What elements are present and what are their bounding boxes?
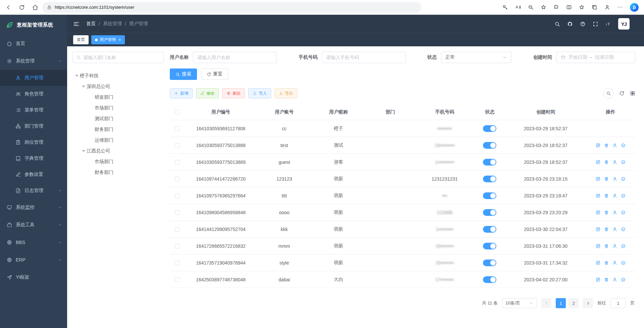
reset-password-icon[interactable] (612, 277, 617, 282)
goto-page-input[interactable] (611, 301, 626, 306)
add-button[interactable]: 新增 (170, 88, 193, 98)
assign-role-icon[interactable] (621, 227, 626, 232)
goto-page-field[interactable] (610, 298, 626, 308)
row-checkbox[interactable] (175, 210, 180, 215)
lock-icon[interactable] (47, 5, 52, 10)
edit-icon[interactable] (596, 277, 600, 282)
collections-icon[interactable] (592, 4, 597, 10)
github-icon[interactable] (567, 21, 573, 27)
favorites-add-icon[interactable] (541, 4, 546, 10)
delete-icon[interactable] (604, 261, 609, 265)
profile-icon[interactable] (604, 4, 610, 10)
avatar[interactable]: YJ (618, 18, 630, 30)
sidebar-item-bbs[interactable]: BBS (0, 234, 67, 251)
sidebar-item-dict[interactable]: 字典管理 (0, 150, 67, 167)
tree-node[interactable]: 深圳总公司 (72, 81, 164, 92)
assign-role-icon[interactable] (621, 160, 626, 165)
edit-button[interactable]: 修改 (196, 88, 219, 98)
status-toggle[interactable] (483, 176, 496, 182)
split-screen-icon[interactable] (566, 4, 572, 10)
tree-node[interactable]: 运维部门 (72, 135, 164, 146)
status-toggle[interactable] (483, 260, 496, 266)
grid-icon[interactable] (630, 91, 635, 96)
tree-node[interactable]: 财务部门 (72, 124, 164, 135)
sidebar-item-menu[interactable]: 菜单管理 (0, 102, 67, 118)
sidebar-item-system[interactable]: 系统管理 (0, 52, 67, 70)
fullscreen-icon[interactable] (593, 21, 598, 27)
tree-node[interactable]: 测试部门 (72, 113, 164, 124)
tree-expand-icon[interactable] (81, 148, 87, 154)
edit-icon[interactable] (596, 244, 600, 248)
search-tool-button[interactable] (603, 88, 614, 99)
key-icon[interactable] (502, 4, 508, 10)
delete-icon[interactable] (604, 210, 609, 215)
assign-role-icon[interactable] (621, 244, 626, 248)
favorites-icon[interactable] (579, 4, 585, 10)
tree-expand-icon[interactable] (81, 84, 87, 89)
row-checkbox[interactable] (175, 261, 180, 265)
edit-icon[interactable] (596, 261, 600, 265)
edit-icon[interactable] (596, 227, 600, 232)
status-toggle[interactable] (483, 125, 496, 132)
row-checkbox[interactable] (175, 160, 180, 165)
reset-password-icon[interactable] (612, 244, 617, 248)
assign-role-icon[interactable] (621, 143, 626, 148)
delete-icon[interactable] (604, 244, 609, 248)
page-button-1[interactable]: 1 (556, 298, 566, 308)
tab-user-management[interactable]: 用户管理× (91, 35, 125, 44)
search-button[interactable]: 搜索 (170, 68, 197, 80)
sidebar-item-yi[interactable]: Yi框架 (0, 269, 67, 286)
row-checkbox[interactable] (175, 177, 180, 181)
status-toggle[interactable] (483, 159, 496, 166)
zoom-out-icon[interactable] (528, 4, 534, 10)
edit-icon[interactable] (596, 210, 600, 215)
edit-icon[interactable] (596, 160, 600, 165)
page-button-2[interactable]: 2 (568, 298, 579, 308)
sidebar-item-post[interactable]: 岗位管理 (0, 134, 67, 150)
read-aloud-icon[interactable]: A (515, 4, 521, 10)
tree-node[interactable]: 橙子科技 (72, 71, 164, 81)
reset-password-icon[interactable] (612, 177, 617, 181)
tree-node[interactable]: 财务部门 (72, 167, 164, 178)
phone-field[interactable] (322, 52, 406, 63)
delete-icon[interactable] (604, 277, 609, 282)
status-select[interactable]: 正常 (441, 52, 511, 63)
delete-icon[interactable] (604, 143, 609, 148)
tree-node[interactable]: 市场部门 (72, 156, 164, 167)
address-bar[interactable]: https://ccnetcore.com:1101/system/user (42, 2, 422, 13)
row-checkbox[interactable] (175, 244, 180, 248)
reset-password-icon[interactable] (612, 193, 617, 198)
back-icon[interactable] (5, 4, 11, 10)
sidebar-item-tool[interactable]: 系统工具 (0, 216, 67, 234)
sidebar-toggle-icon[interactable] (73, 21, 80, 27)
delete-icon[interactable] (604, 227, 609, 232)
tree-node[interactable]: 江西总公司 (72, 146, 164, 156)
reset-password-icon[interactable] (612, 227, 617, 232)
tree-node[interactable]: 研发部门 (72, 92, 164, 103)
sidebar-item-role[interactable]: 角色管理 (0, 86, 67, 102)
row-checkbox[interactable] (175, 143, 180, 148)
help-icon[interactable] (580, 21, 586, 27)
status-toggle[interactable] (483, 142, 496, 149)
edit-icon[interactable] (596, 143, 600, 148)
assign-role-icon[interactable] (621, 177, 626, 181)
row-checkbox[interactable] (175, 227, 180, 232)
phone-input[interactable] (326, 55, 401, 60)
tree-node[interactable]: 市场部门 (72, 103, 164, 113)
assign-role-icon[interactable] (621, 261, 626, 265)
status-toggle[interactable] (483, 209, 496, 216)
department-search-input[interactable] (83, 55, 160, 60)
tab-home[interactable]: 首页 (73, 35, 89, 44)
delete-icon[interactable] (604, 193, 609, 198)
username-input[interactable] (197, 55, 273, 60)
reset-password-icon[interactable] (612, 210, 617, 215)
row-checkbox[interactable] (175, 277, 180, 282)
next-page-button[interactable] (583, 298, 593, 308)
sidebar-item-log[interactable]: 日志管理 (0, 183, 67, 199)
status-toggle[interactable] (483, 192, 496, 199)
delete-icon[interactable] (604, 177, 609, 181)
search-icon[interactable] (554, 21, 560, 27)
previous-page-button[interactable] (541, 298, 551, 308)
tree-expand-icon[interactable] (74, 73, 80, 79)
sidebar-item-home[interactable]: 首页 (0, 35, 67, 52)
